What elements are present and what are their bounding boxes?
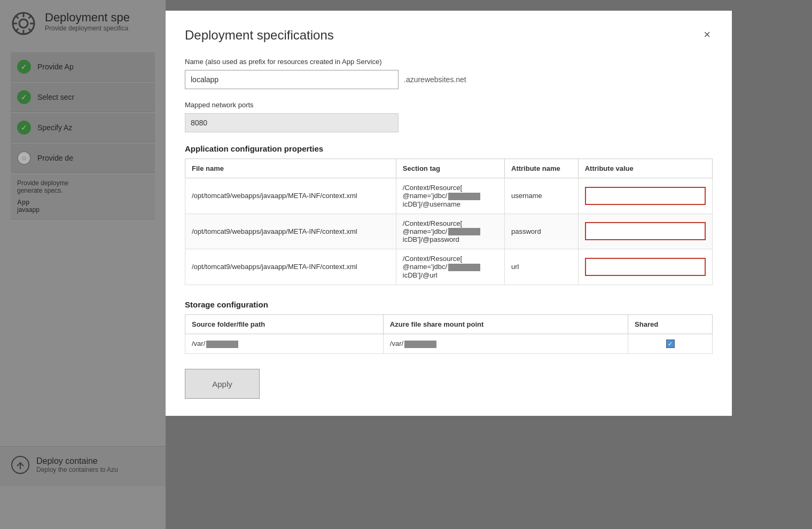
row3-attr-name: url — [505, 249, 579, 285]
col-attribute-name: Attribute name — [505, 159, 579, 178]
storage-mount-redacted — [404, 341, 436, 348]
name-label: Name (also used as prefix for resources … — [185, 58, 713, 66]
ports-input[interactable] — [185, 113, 399, 132]
col-attribute-value: Attribute value — [578, 159, 712, 178]
modal-dialog: Deployment specifications × Name (also u… — [166, 11, 732, 416]
storage-table-header-row: Source folder/file path Azure file share… — [185, 314, 713, 334]
row1-file-name: /opt/tomcat9/webapps/javaapp/META-INF/co… — [185, 178, 396, 214]
ports-label: Mapped network ports — [185, 101, 713, 109]
modal-title: Deployment specifications — [185, 28, 334, 43]
redacted-3 — [448, 264, 480, 271]
ports-field-group: Mapped network ports — [185, 101, 713, 132]
row3-attr-value-input[interactable] — [585, 258, 706, 276]
col-file-name: File name — [185, 159, 396, 178]
config-row-1: /opt/tomcat9/webapps/javaapp/META-INF/co… — [185, 178, 713, 214]
storage-source-redacted — [206, 341, 238, 348]
row2-attr-value-input[interactable] — [585, 222, 706, 240]
close-button[interactable]: × — [701, 28, 713, 42]
name-field-group: Name (also used as prefix for resources … — [185, 58, 713, 89]
row3-attr-value — [578, 249, 712, 285]
apply-button[interactable]: Apply — [185, 369, 260, 399]
col-section-tag: Section tag — [396, 159, 504, 178]
storage-config-title: Storage configuration — [185, 300, 713, 309]
modal-header: Deployment specifications × — [185, 28, 713, 43]
redacted-1 — [448, 193, 480, 200]
row2-attr-name: password — [505, 214, 579, 249]
row1-attr-value — [578, 178, 712, 214]
storage-row-1: /var/ /var/ ✓ — [185, 334, 713, 354]
redacted-2 — [448, 228, 480, 235]
config-row-2: /opt/tomcat9/webapps/javaapp/META-INF/co… — [185, 214, 713, 249]
config-row-3: /opt/tomcat9/webapps/javaapp/META-INF/co… — [185, 249, 713, 285]
name-suffix: .azurewebsites.net — [404, 75, 466, 84]
app-config-title: Application configuration properties — [185, 144, 713, 153]
row3-file-name: /opt/tomcat9/webapps/javaapp/META-INF/co… — [185, 249, 396, 285]
name-row: .azurewebsites.net — [185, 70, 713, 89]
storage-config-table: Source folder/file path Azure file share… — [185, 314, 713, 354]
col-shared: Shared — [628, 314, 713, 334]
row2-file-name: /opt/tomcat9/webapps/javaapp/META-INF/co… — [185, 214, 396, 249]
row1-attr-value-input[interactable] — [585, 187, 706, 205]
name-input[interactable] — [185, 70, 399, 89]
row1-section-tag: /Context/Resource[ @name='jdbc/ icDB']/@… — [396, 178, 504, 214]
col-source: Source folder/file path — [185, 314, 384, 334]
storage-source: /var/ — [185, 334, 384, 354]
row1-attr-name: username — [505, 178, 579, 214]
row2-attr-value — [578, 214, 712, 249]
storage-shared-checkbox[interactable]: ✓ — [666, 339, 675, 348]
config-table-header-row: File name Section tag Attribute name Att… — [185, 159, 713, 178]
col-mount: Azure file share mount point — [383, 314, 628, 334]
storage-shared-cell: ✓ — [628, 334, 713, 354]
app-config-table: File name Section tag Attribute name Att… — [185, 159, 713, 285]
storage-mount: /var/ — [383, 334, 628, 354]
row3-section-tag: /Context/Resource[ @name='jdbc/ icDB']/@… — [396, 249, 504, 285]
row2-section-tag: /Context/Resource[ @name='jdbc/ icDB']/@… — [396, 214, 504, 249]
